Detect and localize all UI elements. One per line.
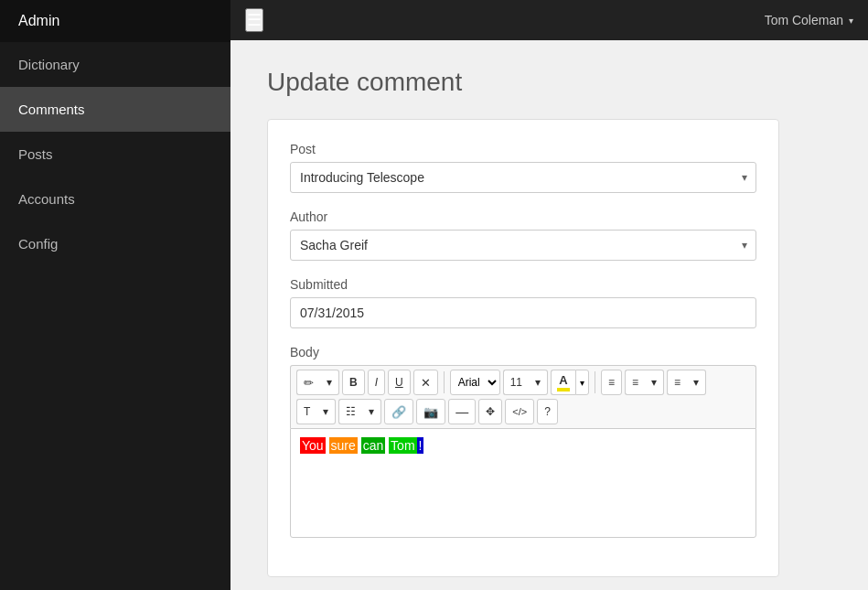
table-btn[interactable]: ☷ xyxy=(338,399,362,424)
user-menu[interactable]: Tom Coleman ▾ xyxy=(765,13,853,27)
hamburger-icon: ☰ xyxy=(247,11,262,29)
strikethrough-button[interactable]: ✕ xyxy=(413,370,438,395)
link-icon: 🔗 xyxy=(391,405,406,419)
word-tom: Tom xyxy=(389,437,416,454)
fullscreen-icon: ✥ xyxy=(486,405,495,418)
underline-button[interactable]: U xyxy=(388,370,411,395)
text-format-btn[interactable]: T​ xyxy=(296,399,316,424)
sidebar-item-comments[interactable]: Comments xyxy=(0,87,230,132)
style-btn[interactable]: ✏ xyxy=(296,370,320,395)
italic-icon: I xyxy=(375,376,378,389)
editor-body[interactable]: You sure can Tom! xyxy=(290,428,756,538)
pencil-icon: ✏ xyxy=(304,376,314,390)
post-select-wrapper: Introducing Telescope ▾ xyxy=(290,162,756,193)
toolbar-divider-2 xyxy=(595,371,595,393)
hamburger-button[interactable]: ☰ xyxy=(245,8,263,32)
editor-toolbar: ✏ ▾ B I U xyxy=(290,365,756,428)
color-arrow-button[interactable]: ▾ xyxy=(575,370,589,395)
font-size-btn[interactable]: 11 xyxy=(503,370,529,395)
sidebar: Admin Dictionary Comments Posts Accounts… xyxy=(0,0,230,590)
image-button[interactable]: 📷 xyxy=(416,399,445,424)
unordered-list-button[interactable]: ≡ xyxy=(601,370,622,395)
style-dropdown-group: ✏ ▾ xyxy=(296,370,339,395)
table-icon: ☷ xyxy=(346,405,356,418)
ordered-list-btn[interactable]: ≡ xyxy=(625,370,645,395)
toolbar-divider-1 xyxy=(444,371,445,393)
font-size-arrow[interactable]: ▾ xyxy=(529,370,548,395)
hr-button[interactable]: — xyxy=(448,399,476,424)
text-format-arrow[interactable]: ▾ xyxy=(316,399,336,424)
bold-button[interactable]: B xyxy=(342,370,365,395)
color-bar xyxy=(557,388,570,392)
align-btn[interactable]: ≡ xyxy=(667,370,687,395)
word-exclaim: ! xyxy=(417,437,424,454)
link-button[interactable]: 🔗 xyxy=(384,399,413,424)
ordered-list-arrow[interactable]: ▾ xyxy=(645,370,664,395)
style-dropdown-arrow[interactable]: ▾ xyxy=(320,370,339,395)
user-menu-chevron: ▾ xyxy=(849,16,853,26)
author-select-wrapper: Sacha Greif ▾ xyxy=(290,230,756,261)
sidebar-nav: Dictionary Comments Posts Accounts Confi… xyxy=(0,42,230,266)
user-name: Tom Coleman xyxy=(765,13,843,27)
toolbar-row-2: T​ ▾ ☷ ▾ 🔗 xyxy=(296,399,558,424)
sidebar-header: Admin xyxy=(0,0,230,42)
word-can: can xyxy=(361,437,386,454)
underline-icon: U xyxy=(395,376,403,389)
help-button[interactable]: ? xyxy=(537,399,558,424)
italic-button[interactable]: I xyxy=(368,370,385,395)
author-label: Author xyxy=(290,209,756,224)
strikethrough-icon: ✕ xyxy=(421,376,431,390)
sidebar-item-config[interactable]: Config xyxy=(0,221,230,266)
fullscreen-button[interactable]: ✥ xyxy=(478,399,502,424)
word-sure: sure xyxy=(329,437,358,454)
page-title: Update comment xyxy=(267,68,831,97)
code-button[interactable]: </> xyxy=(505,399,534,424)
image-icon: 📷 xyxy=(423,405,438,419)
sidebar-item-dictionary[interactable]: Dictionary xyxy=(0,42,230,87)
color-main-button[interactable]: A xyxy=(551,370,575,395)
color-letter: A xyxy=(559,373,567,387)
sidebar-item-posts[interactable]: Posts xyxy=(0,132,230,177)
submitted-label: Submitted xyxy=(290,277,756,292)
bold-icon: B xyxy=(349,376,358,389)
ordered-list-icon: ≡ xyxy=(632,376,638,389)
toolbar-row-1: ✏ ▾ B I U xyxy=(296,370,706,395)
post-label: Post xyxy=(290,142,756,156)
sidebar-item-accounts[interactable]: Accounts xyxy=(0,177,230,221)
font-size-group: 11 ▾ xyxy=(503,370,548,395)
main-content: ☰ Tom Coleman ▾ Update comment Post Intr… xyxy=(230,0,868,590)
body-field-group: Body ✏ ▾ B xyxy=(290,345,756,538)
text-format-group: T​ ▾ xyxy=(296,399,336,424)
submitted-field-group: Submitted xyxy=(290,277,756,328)
table-group: ☷ ▾ xyxy=(338,399,381,424)
code-icon: </> xyxy=(512,406,527,417)
author-field-group: Author Sacha Greif ▾ xyxy=(290,209,756,261)
font-size-value: 11 xyxy=(510,376,522,389)
post-field-group: Post Introducing Telescope ▾ xyxy=(290,142,756,193)
table-arrow[interactable]: ▾ xyxy=(362,399,381,424)
help-icon: ? xyxy=(544,405,551,418)
author-select[interactable]: Sacha Greif xyxy=(290,230,756,261)
align-group: ≡ ▾ xyxy=(667,370,706,395)
ordered-list-group: ≡ ▾ xyxy=(625,370,664,395)
topbar: ☰ Tom Coleman ▾ xyxy=(230,0,868,40)
submitted-input[interactable] xyxy=(290,297,756,328)
form-card: Post Introducing Telescope ▾ Author Sach… xyxy=(267,119,779,577)
text-format-icon: T​ xyxy=(304,405,310,418)
align-icon: ≡ xyxy=(674,376,680,389)
unordered-list-icon: ≡ xyxy=(608,376,615,389)
align-arrow[interactable]: ▾ xyxy=(687,370,706,395)
font-select[interactable]: Arial xyxy=(450,370,500,395)
page-area: Update comment Post Introducing Telescop… xyxy=(230,40,868,590)
color-btn-wrapper: A ▾ xyxy=(551,370,589,395)
body-label: Body xyxy=(290,345,756,359)
post-select[interactable]: Introducing Telescope xyxy=(290,162,756,193)
word-you: You xyxy=(300,437,326,454)
hr-icon: — xyxy=(455,404,468,419)
admin-title: Admin xyxy=(18,13,59,28)
